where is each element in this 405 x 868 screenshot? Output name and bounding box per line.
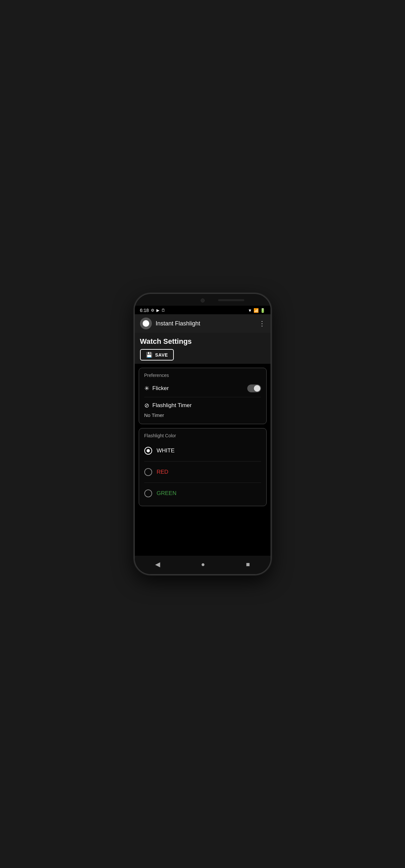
- app-bar: Instant Flashlight ⋮: [135, 314, 271, 333]
- status-bar: 6:18 ⚙ ▶ 🗒 ▼ 📶 🔋: [135, 306, 271, 314]
- clipboard-status-icon: 🗒: [161, 308, 165, 313]
- battery-icon: 🔋: [260, 308, 265, 313]
- play-status-icon: ▶: [156, 308, 159, 313]
- flicker-icon: ✳: [144, 385, 149, 392]
- bottom-nav: ◀ ● ■: [135, 556, 271, 574]
- watch-settings-title: Watch Settings: [140, 337, 265, 346]
- radio-white-inner: [147, 449, 150, 453]
- flicker-item: ✳ Flicker: [144, 382, 261, 394]
- timer-item-left: ⊘ Flashlight Timer: [144, 402, 192, 409]
- app-icon: [140, 317, 152, 329]
- phone-device: 6:18 ⚙ ▶ 🗒 ▼ 📶 🔋 Instant Flashlight ⋮: [134, 293, 272, 575]
- flicker-toggle[interactable]: [247, 384, 261, 392]
- gear-status-icon: ⚙: [151, 308, 154, 313]
- signal-icon: 📶: [253, 308, 259, 313]
- flicker-label: Flicker: [153, 385, 169, 392]
- divider-1: [144, 397, 261, 397]
- save-icon: 💾: [146, 352, 153, 358]
- color-label-white: WHITE: [157, 447, 175, 454]
- timer-label: Flashlight Timer: [153, 402, 192, 409]
- flicker-item-left: ✳ Flicker: [144, 385, 169, 392]
- preferences-section-title: Preferences: [144, 373, 261, 378]
- timer-icon: ⊘: [144, 402, 149, 409]
- home-button[interactable]: ●: [194, 559, 212, 569]
- status-right: ▼ 📶 🔋: [248, 308, 265, 313]
- timer-value: No Timer: [144, 411, 261, 419]
- color-label-red: RED: [157, 469, 168, 475]
- timer-item[interactable]: ⊘ Flashlight Timer: [144, 400, 261, 411]
- color-option-red[interactable]: RED: [144, 464, 261, 480]
- color-option-white[interactable]: WHITE: [144, 443, 261, 459]
- status-time: 6:18: [140, 308, 149, 313]
- recents-button[interactable]: ■: [239, 559, 256, 569]
- divider-2: [144, 461, 261, 462]
- app-icon-inner: [143, 320, 149, 327]
- phone-notch: [135, 294, 271, 306]
- radio-white[interactable]: [144, 447, 152, 455]
- radio-green[interactable]: [144, 490, 152, 497]
- save-button-label: SAVE: [155, 352, 168, 358]
- save-button[interactable]: 💾 SAVE: [140, 349, 174, 361]
- app-title: Instant Flashlight: [156, 320, 200, 327]
- scroll-content: Preferences ✳ Flicker ⊘ Flashlight Timer: [135, 364, 271, 556]
- back-button[interactable]: ◀: [149, 559, 166, 569]
- divider-3: [144, 483, 261, 483]
- radio-red[interactable]: [144, 468, 152, 476]
- app-bar-left: Instant Flashlight: [140, 317, 200, 329]
- phone-speaker: [218, 299, 244, 301]
- color-label-green: GREEN: [157, 490, 177, 497]
- preferences-card: Preferences ✳ Flicker ⊘ Flashlight Timer: [139, 368, 267, 424]
- watch-settings-header: Watch Settings 💾 SAVE: [135, 333, 271, 364]
- status-left: 6:18 ⚙ ▶ 🗒: [140, 308, 165, 313]
- color-option-green[interactable]: GREEN: [144, 486, 261, 501]
- flashlight-color-section-title: Flashlight Color: [144, 433, 261, 438]
- wifi-icon: ▼: [248, 308, 252, 313]
- toggle-thumb: [254, 385, 260, 392]
- phone-screen: 6:18 ⚙ ▶ 🗒 ▼ 📶 🔋 Instant Flashlight ⋮: [135, 306, 271, 574]
- flashlight-color-card: Flashlight Color WHITE RED: [139, 428, 267, 506]
- more-options-button[interactable]: ⋮: [259, 319, 265, 328]
- camera-notch: [201, 299, 205, 303]
